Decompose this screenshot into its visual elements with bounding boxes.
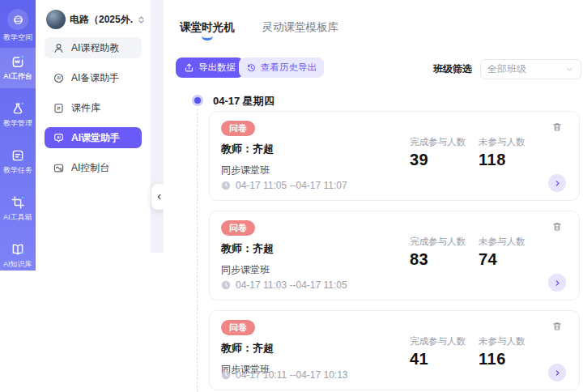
sidebar-item-ai-console[interactable]: AI AI控制台 — [45, 157, 142, 178]
active-tab-indicator — [202, 36, 213, 40]
stat-value: 41 — [410, 350, 466, 369]
class-filter-select[interactable]: 全部班级 — [480, 59, 581, 79]
sidebar-menu: AI课程助教 AI AI备课助手 P 课件库 — [45, 37, 142, 187]
stat-value: 74 — [479, 250, 526, 269]
trash-icon — [551, 221, 563, 232]
delete-button[interactable] — [551, 221, 563, 232]
planet-icon — [7, 9, 28, 30]
stat-label: 完成参与人数 — [410, 236, 466, 248]
class-name: 同步课堂班 — [221, 263, 270, 277]
chevron-right-icon — [553, 369, 562, 377]
time-range: 04-17 11:03 --04-17 11:05 — [236, 279, 347, 291]
stat-value: 116 — [479, 350, 526, 369]
sidebar-item-label: AI课堂助手 — [71, 131, 120, 145]
sidebar-item-label: AI控制台 — [71, 161, 109, 175]
svg-text:AI: AI — [57, 76, 61, 80]
stat-label: 完成参与人数 — [410, 136, 466, 148]
stat-completed: 完成参与人数 41 — [410, 335, 466, 369]
export-button-label: 导出数据 — [198, 62, 236, 74]
course-sidebar: 电路（2025外... AI课程助教 AI AI备课助手 — [36, 0, 151, 271]
tab-template-library[interactable]: 灵动课堂模板库 — [262, 20, 339, 40]
export-data-button[interactable]: 导出数据 — [176, 58, 244, 78]
ai-circle-icon: AI — [53, 72, 65, 84]
history-button-label: 查看历史导出 — [261, 62, 317, 74]
class-name: 同步课堂班 — [221, 164, 270, 177]
stat-not-participated: 未参与人数 74 — [479, 236, 526, 269]
sidebar-item-ai-course-assistant[interactable]: AI课程助教 — [45, 37, 142, 58]
stat-not-participated: 未参与人数 116 — [479, 335, 526, 369]
time-range: 04-17 10:11 --04-17 10:13 — [236, 369, 348, 381]
trash-icon — [551, 121, 563, 133]
avatar — [46, 10, 66, 29]
rail-item-teaching-management[interactable]: 教学管理 — [0, 95, 36, 135]
open-detail-button[interactable] — [548, 274, 566, 292]
tab-bar: 课堂时光机 灵动课堂模板库 — [180, 20, 338, 40]
open-detail-button[interactable] — [548, 174, 566, 192]
timeline-line — [197, 109, 198, 392]
time-range: 04-17 11:05 --04-17 11:07 — [236, 180, 347, 191]
rail-item-teaching-space[interactable]: 教学空间 — [0, 6, 36, 46]
svg-text:AI: AI — [60, 168, 62, 172]
view-export-history-button[interactable]: 查看历史导出 — [239, 58, 324, 78]
stat-label: 未参与人数 — [479, 236, 526, 248]
main-content: 课堂时光机 灵动课堂模板库 导出数据 查看历史导出 班级筛选 全部班级 — [164, 0, 583, 392]
clock-icon — [221, 280, 231, 290]
filter-label: 班级筛选 — [433, 62, 472, 76]
chevron-right-icon — [553, 279, 562, 288]
chevron-left-icon — [155, 193, 164, 201]
time-range-row: 04-17 11:05 --04-17 11:07 — [221, 180, 347, 191]
stat-value: 83 — [410, 250, 466, 269]
history-icon — [246, 62, 257, 73]
tab-label: 灵动课堂模板库 — [262, 21, 339, 33]
app-rail: 教学空间 AI工作台 教学管理 教学任务 — [0, 0, 36, 271]
tab-label: 课堂时光机 — [180, 21, 235, 33]
up-down-chevron-icon[interactable] — [137, 15, 146, 24]
rail-item-ai-knowledge[interactable]: AI知识库 — [0, 236, 36, 276]
session-card: 问卷 教师：齐超 完成参与人数 41 未参与人数 116 — [209, 310, 580, 390]
sidebar-item-label: 课件库 — [71, 101, 100, 115]
rail-item-label: 教学任务 — [3, 165, 32, 175]
task-board-icon — [11, 148, 25, 163]
class-filter: 班级筛选 全部班级 — [433, 59, 581, 79]
teacher-name: 教师：齐超 — [221, 142, 274, 156]
rail-item-label: AI知识库 — [3, 259, 32, 269]
ai-console-icon: AI — [53, 162, 65, 174]
session-card: 问卷 教师：齐超 完成参与人数 39 未参与人数 118 — [209, 111, 580, 201]
stat-label: 未参与人数 — [479, 136, 526, 148]
book-icon — [11, 242, 25, 257]
teacher-name: 教师：齐超 — [221, 341, 274, 356]
delete-button[interactable] — [551, 121, 563, 133]
rail-item-ai-workbench[interactable]: AI工作台 — [0, 48, 36, 88]
questionnaire-badge: 问卷 — [221, 220, 255, 236]
rail-item-teaching-tasks[interactable]: 教学任务 — [0, 142, 36, 182]
sidebar-item-label: AI备课助手 — [71, 71, 119, 85]
stat-label: 完成参与人数 — [410, 335, 466, 347]
delete-button[interactable] — [551, 321, 563, 332]
sidebar-gutter — [151, 0, 164, 253]
selected-class: 全部班级 — [487, 62, 526, 76]
time-range-row: 04-17 10:11 --04-17 10:13 — [221, 369, 348, 381]
crop-toolbox-icon — [11, 195, 25, 210]
session-card-list: 问卷 教师：齐超 完成参与人数 39 未参与人数 118 — [209, 111, 580, 390]
tab-classroom-time-machine[interactable]: 课堂时光机 — [180, 20, 235, 40]
svg-text:P: P — [57, 105, 61, 110]
chevron-down-icon — [565, 65, 574, 74]
stat-completed: 完成参与人数 39 — [410, 136, 466, 169]
rail-item-ai-toolbox[interactable]: AI工具箱 — [0, 189, 36, 229]
chevron-right-icon — [553, 179, 562, 188]
svg-text:AI: AI — [57, 135, 60, 139]
stat-not-participated: 未参与人数 118 — [479, 136, 526, 169]
rail-item-label: 教学空间 — [3, 32, 32, 42]
sidebar-item-ai-classroom-assistant[interactable]: AI AI课堂助手 — [45, 127, 142, 148]
trash-icon — [551, 321, 563, 332]
workspace-switcher[interactable]: 电路（2025外... — [36, 0, 151, 29]
time-range-row: 04-17 11:03 --04-17 11:05 — [221, 279, 347, 291]
rail-item-label: 教学管理 — [3, 118, 32, 128]
session-card: 问卷 教师：齐超 完成参与人数 83 未参与人数 74 — [209, 211, 580, 300]
sidebar-item-ai-prep-assistant[interactable]: AI AI备课助手 — [45, 67, 142, 88]
sidebar-item-courseware-library[interactable]: P 课件库 — [45, 97, 142, 118]
ai-chat-icon: AI — [53, 132, 65, 144]
open-detail-button[interactable] — [548, 364, 566, 381]
timeline-dot — [192, 95, 203, 106]
stat-value: 39 — [410, 151, 466, 169]
